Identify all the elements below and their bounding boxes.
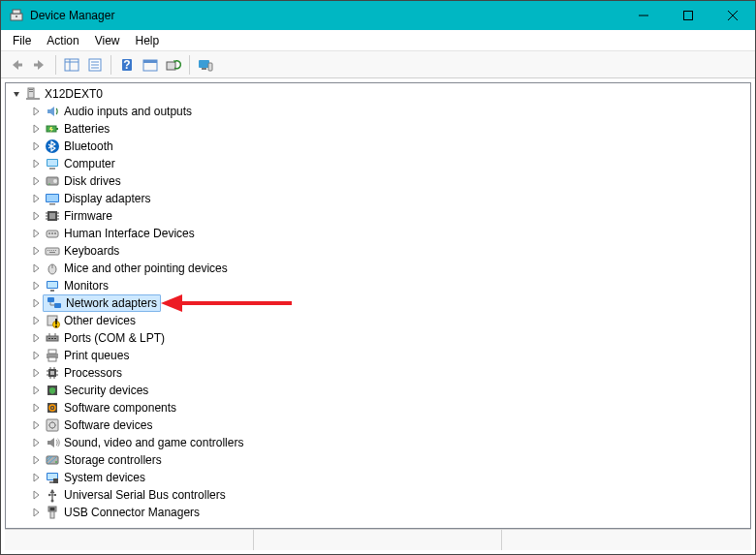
scan-hardware-button[interactable]	[162, 54, 185, 76]
content-area: X12DEXT0 Audio inputs and outputsBatteri…	[1, 78, 755, 554]
tree-item[interactable]: Sound, video and game controllers	[25, 434, 750, 451]
expand-toggle[interactable]	[29, 314, 43, 327]
audio-icon	[45, 104, 60, 119]
tree-item-label: Other devices	[62, 314, 138, 327]
device-tree[interactable]: X12DEXT0 Audio inputs and outputsBatteri…	[5, 82, 751, 529]
status-cell	[5, 530, 254, 550]
expand-toggle[interactable]	[29, 122, 43, 136]
tree-item[interactable]: USB Connector Managers	[25, 504, 750, 521]
display-icon	[45, 191, 60, 206]
tree-item-label: Mice and other pointing devices	[62, 262, 230, 275]
menu-action[interactable]: Action	[39, 32, 86, 49]
back-button[interactable]	[5, 54, 28, 76]
svg-rect-102	[50, 511, 54, 518]
tree-item[interactable]: Software devices	[25, 416, 750, 434]
menu-file[interactable]: File	[5, 32, 39, 49]
expand-toggle[interactable]	[29, 366, 43, 380]
expand-toggle[interactable]	[29, 174, 43, 188]
expand-toggle[interactable]	[29, 436, 43, 449]
tree-item[interactable]: Display adapters	[25, 190, 750, 207]
sound-icon	[45, 435, 60, 450]
expand-toggle[interactable]	[29, 244, 43, 258]
tree-item[interactable]: Universal Serial Bus controllers	[25, 486, 750, 504]
tree-item[interactable]: Human Interface Devices	[25, 225, 750, 242]
expand-toggle[interactable]	[29, 192, 43, 205]
show-hide-tree-button[interactable]	[60, 54, 83, 76]
forward-button[interactable]	[28, 54, 51, 76]
properties-icon	[87, 58, 103, 72]
svg-rect-76	[50, 371, 54, 375]
tree-item[interactable]: Print queues	[25, 347, 750, 364]
tree-item-label: Network adapters	[64, 296, 159, 310]
expand-toggle[interactable]	[29, 418, 43, 432]
svg-rect-99	[54, 494, 56, 496]
tree-item-label: Keyboards	[62, 244, 121, 258]
svg-rect-3	[684, 12, 693, 20]
tree-item[interactable]: Disk drives	[25, 172, 750, 190]
tree-item[interactable]: Batteries	[25, 120, 750, 138]
expand-toggle[interactable]	[29, 209, 43, 223]
tree-item[interactable]: Audio inputs and outputs	[25, 103, 750, 120]
tree-item[interactable]: Storage controllers	[25, 451, 750, 469]
expand-toggle[interactable]	[29, 157, 43, 170]
tree-item[interactable]: Network adapters	[25, 294, 750, 312]
printer-icon	[45, 348, 60, 363]
expand-toggle[interactable]	[29, 349, 43, 362]
tree-item[interactable]: Software components	[25, 399, 750, 416]
expand-toggle[interactable]	[29, 105, 43, 118]
tree-root[interactable]: X12DEXT0	[6, 85, 750, 103]
tree-item[interactable]: Keyboards	[25, 242, 750, 260]
tree-item[interactable]: Ports (COM & LPT)	[25, 329, 750, 347]
tree-item[interactable]: !Other devices	[25, 312, 750, 329]
tree-item[interactable]: Bluetooth	[25, 138, 750, 155]
tree-item[interactable]: Processors	[25, 364, 750, 382]
expand-toggle[interactable]	[29, 139, 43, 153]
tree-item[interactable]: Security devices	[25, 382, 750, 399]
close-button[interactable]	[710, 1, 755, 30]
menu-view[interactable]: View	[87, 32, 128, 49]
tree-item[interactable]: System devices	[25, 469, 750, 486]
svg-rect-55	[53, 250, 54, 251]
tree-item[interactable]: Mice and other pointing devices	[25, 260, 750, 277]
svg-rect-5	[34, 63, 39, 66]
cpu-icon	[45, 365, 60, 381]
svg-text:?: ?	[123, 58, 130, 72]
expand-toggle[interactable]	[29, 471, 43, 484]
properties-button[interactable]	[83, 54, 107, 76]
expand-toggle[interactable]	[10, 87, 23, 101]
tree-item-label: Sound, video and game controllers	[62, 436, 245, 449]
maximize-button[interactable]	[666, 1, 710, 30]
computer-icon	[45, 156, 60, 171]
svg-rect-57	[49, 252, 55, 253]
expand-toggle[interactable]	[29, 262, 43, 275]
tree-item[interactable]: Firmware	[25, 207, 750, 225]
expand-toggle[interactable]	[29, 488, 43, 502]
expand-toggle[interactable]	[29, 279, 43, 293]
svg-text:!: !	[54, 317, 58, 329]
minimize-button[interactable]	[621, 1, 666, 30]
tree-item[interactable]: Monitors	[25, 277, 750, 294]
expand-toggle[interactable]	[29, 227, 43, 240]
tree-item-label: Batteries	[62, 122, 111, 136]
toolbar-separator	[55, 55, 56, 75]
devices-button[interactable]	[194, 54, 217, 76]
svg-rect-18	[199, 60, 209, 68]
arrow-left-icon	[9, 58, 24, 72]
expand-toggle[interactable]	[29, 453, 43, 467]
action-event-button[interactable]	[139, 54, 162, 76]
ports-icon	[45, 330, 60, 346]
expand-toggle[interactable]	[29, 506, 43, 519]
expand-toggle[interactable]	[29, 401, 43, 415]
help-button[interactable]: ?	[115, 54, 139, 76]
usb-icon	[45, 487, 60, 503]
devices-icon	[198, 58, 213, 72]
expand-toggle[interactable]	[29, 296, 43, 310]
tree-item-label: System devices	[62, 471, 147, 484]
disk-icon	[45, 173, 60, 189]
menu-help[interactable]: Help	[128, 32, 168, 49]
menu-label: Help	[136, 34, 160, 47]
expand-toggle[interactable]	[29, 384, 43, 397]
tree-item[interactable]: Computer	[25, 155, 750, 172]
expand-toggle[interactable]	[29, 331, 43, 345]
tree-item-label: Software devices	[62, 418, 154, 432]
